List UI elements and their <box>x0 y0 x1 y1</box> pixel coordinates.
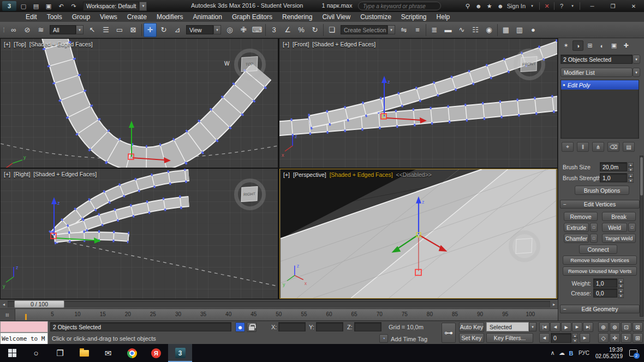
yandex-button[interactable]: Я <box>144 344 168 362</box>
menu-tools[interactable]: Tools <box>42 12 67 22</box>
target-weld-button[interactable]: Target Weld <box>602 234 636 243</box>
brush-size-field[interactable]: 20,0m <box>600 162 627 171</box>
key-filters-button[interactable]: Key Filters... <box>486 333 533 343</box>
maximize-viewport-icon[interactable]: ⊞ <box>633 333 643 343</box>
menu-modifiers[interactable]: Modifiers <box>152 12 188 22</box>
reference-coordinate-value[interactable]: View <box>186 25 213 34</box>
next-frame-arrow-icon[interactable]: ▸ <box>551 301 557 307</box>
previous-frame-icon[interactable]: ◀ <box>550 322 560 332</box>
play-animation-icon[interactable]: ▶ <box>561 322 571 332</box>
key-step-forward-icon[interactable]: ▶ <box>580 333 590 343</box>
help-icon[interactable]: ? <box>556 1 567 11</box>
viewport-menu-pov[interactable]: [Front] <box>293 41 309 48</box>
menu-group[interactable]: Group <box>67 12 95 22</box>
chamfer-settings-icon[interactable]: □ <box>590 234 598 243</box>
set-keys-key-icon[interactable]: ⊶ <box>442 323 456 343</box>
key-mode-value[interactable]: Selected <box>486 322 529 331</box>
select-object-icon[interactable]: ↖ <box>86 23 99 37</box>
zoom-all-icon[interactable]: ⊛ <box>610 322 620 332</box>
viewcube[interactable]: W TOP <box>224 48 266 84</box>
snap-toggle-3d-icon[interactable]: 3 <box>267 23 281 37</box>
rollout-edit-vertices[interactable]: − Edit Vertices <box>560 200 640 209</box>
break-button[interactable]: Break <box>602 212 636 221</box>
viewcube-face[interactable] <box>516 238 533 254</box>
connect-button[interactable]: Connect <box>579 245 617 254</box>
field-of-view-icon[interactable]: ◇ <box>598 333 609 343</box>
go-to-start-icon[interactable]: |◀ <box>539 322 550 332</box>
remove-button[interactable]: Remove <box>564 212 598 221</box>
tab-modify[interactable]: ◑ <box>573 40 583 51</box>
viewcube-face[interactable]: FRONT <box>521 56 538 72</box>
modifier-stack[interactable]: ● Edit Poly <box>560 80 639 139</box>
key-step-back-icon[interactable]: ◀ <box>539 333 550 343</box>
viewcube-compass-west[interactable]: W <box>224 61 229 67</box>
add-time-tag[interactable]: Add Time Tag <box>391 336 427 342</box>
viewport-menu-shading[interactable]: [Shaded + Edged Faces] <box>29 41 93 48</box>
viewport-menu-pov[interactable]: [Right] <box>14 171 30 177</box>
ribbon-toggle-icon[interactable]: ▬ <box>442 23 455 37</box>
layer-manager-icon[interactable]: ≣ <box>428 23 441 37</box>
remove-unused-map-verts-button[interactable]: Remove Unused Map Verts <box>563 266 637 276</box>
modifier-list-dropdown[interactable]: Modifier List <box>560 68 633 77</box>
favorites-star-icon[interactable]: ★ <box>484 1 495 11</box>
redo-icon[interactable]: ↷ <box>68 1 79 11</box>
app-logo-icon[interactable]: 3 <box>2 1 16 11</box>
named-selection-set-dropdown[interactable]: Create Selection Se ▾ <box>341 25 395 34</box>
save-file-icon[interactable]: ▣ <box>43 1 54 11</box>
modifier-stack-item-edit-poly[interactable]: ● Edit Poly <box>561 80 639 90</box>
reference-coordinate-dropdown[interactable]: View ▾ <box>186 25 221 34</box>
menu-views[interactable]: Views <box>95 12 122 22</box>
tab-hierarchy[interactable]: ⊞ <box>585 40 595 51</box>
track-bar[interactable]: ⌗ 5 10 15 20 25 30 35 40 45 50 55 60 65 … <box>0 308 558 321</box>
undo-icon[interactable]: ↶ <box>56 1 67 11</box>
panel-scrollbar[interactable] <box>640 156 643 317</box>
viewcube-face[interactable]: RIGHT <box>241 186 258 202</box>
menu-edit[interactable]: Edit <box>21 12 42 22</box>
red-x-icon[interactable]: ✕ <box>541 1 552 11</box>
z-coordinate-field[interactable] <box>354 322 381 331</box>
previous-frame-arrow-icon[interactable]: ◂ <box>1 301 7 307</box>
crease-spinner[interactable]: ▴ ▾ <box>618 288 624 298</box>
rollout-edit-geometry[interactable]: − Edit Geometry <box>560 305 640 313</box>
tray-chevron-icon[interactable]: ∧ <box>548 349 557 357</box>
pan-view-icon[interactable]: ✛ <box>610 333 620 343</box>
menu-animation[interactable]: Animation <box>188 12 227 22</box>
close-button[interactable]: ✕ <box>623 1 644 11</box>
menu-help[interactable]: Help <box>432 12 455 22</box>
select-by-name-icon[interactable]: ☰ <box>99 23 112 37</box>
tab-display[interactable]: ▣ <box>609 40 619 51</box>
viewcube[interactable]: FRONT <box>504 48 545 84</box>
chevron-down-icon[interactable]: ▾ <box>387 25 395 34</box>
crease-field[interactable]: 0,0 <box>593 288 617 298</box>
start-button[interactable] <box>0 344 24 362</box>
select-and-rotate-icon[interactable]: ↻ <box>157 23 170 37</box>
search-input[interactable] <box>358 2 441 10</box>
3ds-max-taskbar-button[interactable]: 3 <box>168 344 192 362</box>
chevron-down-icon[interactable]: ▾ <box>213 25 221 34</box>
menu-create[interactable]: Create <box>122 12 152 22</box>
use-pivot-center-icon[interactable]: ◎ <box>223 23 236 37</box>
menu-civil-view[interactable]: Civil View <box>317 12 355 22</box>
remove-modifier-icon[interactable]: ⌫ <box>607 142 619 152</box>
object-name-field[interactable]: 2 Objects Selected <box>560 55 633 64</box>
zoom-icon[interactable]: ⊕ <box>598 322 609 332</box>
named-selection-set-value[interactable]: Create Selection Se <box>341 25 387 34</box>
select-and-scale-icon[interactable]: ⊿ <box>171 23 184 37</box>
mirror-icon[interactable]: ⇋ <box>397 23 410 37</box>
mail-button[interactable]: ✉ <box>96 344 120 362</box>
spinner-up-icon[interactable]: ▴ <box>618 278 624 283</box>
select-and-link-icon[interactable]: ∞ <box>7 23 20 37</box>
current-frame-field[interactable]: 0 <box>551 333 571 343</box>
spinner-snap-icon[interactable]: ↻ <box>308 23 321 37</box>
collapse-icon[interactable]: − <box>563 201 567 207</box>
x-coordinate-field[interactable] <box>278 322 306 331</box>
viewport-menu-general[interactable]: [+] <box>4 171 10 177</box>
window-crossing-toggle-icon[interactable]: ⊠ <box>127 23 140 37</box>
viewport-front[interactable]: z z x [+] [Front] [Shaded + Edged Faces] <box>279 39 557 168</box>
tab-utilities[interactable]: ✚ <box>621 40 631 51</box>
chamfer-button[interactable]: Chamfer <box>564 234 589 243</box>
community-icon[interactable]: ☻ <box>473 1 484 11</box>
menu-scripting[interactable]: Scripting <box>396 12 432 22</box>
render-production-icon[interactable]: ● <box>527 23 540 37</box>
viewport-label[interactable]: [+] [Right] [Shaded + Edged Faces] <box>4 171 97 177</box>
